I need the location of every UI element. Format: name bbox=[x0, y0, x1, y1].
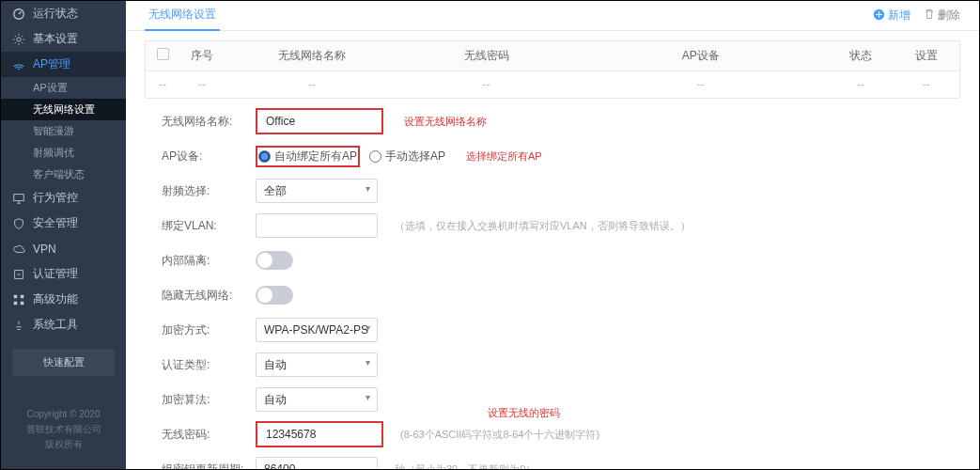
delete-button[interactable]: 删除 bbox=[924, 8, 960, 24]
note-pwd: 设置无线的密码 bbox=[488, 406, 560, 420]
label-enc: 加密方式: bbox=[162, 322, 256, 338]
svg-rect-8 bbox=[21, 301, 24, 305]
sidebar-item-label: 基本设置 bbox=[33, 31, 78, 47]
radio-manual-select[interactable]: 手动选择AP bbox=[369, 149, 445, 164]
note-ap: 选择绑定所有AP bbox=[466, 149, 542, 164]
trash-icon bbox=[924, 8, 935, 23]
ap-icon bbox=[12, 58, 25, 71]
sidebar-item-label: 高级功能 bbox=[33, 291, 78, 307]
sidebar-item-auth[interactable]: 认证管理 bbox=[1, 261, 126, 287]
plus-icon bbox=[873, 8, 885, 24]
sidebar-sub-roaming[interactable]: 智能漫游 bbox=[1, 120, 126, 142]
svg-point-2 bbox=[18, 68, 20, 70]
label-hide: 隐藏无线网络: bbox=[162, 288, 256, 304]
auth-icon bbox=[12, 268, 25, 281]
label-isolate: 内部隔离: bbox=[162, 253, 256, 269]
svg-rect-5 bbox=[14, 294, 18, 298]
highlight-ap: 自动绑定所有AP bbox=[256, 146, 360, 167]
sidebar: 运行状态 基本设置 AP管理 AP设置 无线网络设置 智能漫游 射频调优 客户端… bbox=[1, 1, 126, 469]
ssid-input[interactable] bbox=[258, 111, 381, 132]
wireless-form: 无线网络名称: 设置无线网络名称 AP设备: 自动绑定所有AP bbox=[126, 99, 979, 469]
hint-pwd: (8-63个ASCII码字符或8-64个十六进制字符) bbox=[400, 428, 599, 442]
isolate-switch[interactable] bbox=[256, 251, 293, 270]
th-ap: AP设备 bbox=[573, 41, 828, 70]
sidebar-item-label: AP管理 bbox=[33, 56, 70, 72]
password-input[interactable] bbox=[258, 424, 381, 445]
apps-icon bbox=[12, 293, 25, 306]
tab-bar: 无线网络设置 新增 删除 bbox=[126, 1, 979, 31]
monitor-icon bbox=[12, 192, 25, 205]
sidebar-item-label: 运行状态 bbox=[33, 6, 78, 22]
svg-rect-3 bbox=[14, 194, 24, 200]
sidebar-item-label: 行为管控 bbox=[33, 190, 78, 206]
th-status: 状态 bbox=[828, 41, 894, 70]
label-pwd: 无线密码: bbox=[162, 427, 256, 443]
vlan-input[interactable] bbox=[256, 213, 378, 238]
sidebar-sub-wireless[interactable]: 无线网络设置 bbox=[1, 99, 126, 120]
add-button[interactable]: 新增 bbox=[873, 8, 910, 24]
hint-rekey: 秒（最小为30，不更新则为0） bbox=[395, 462, 536, 470]
sidebar-item-label: 安全管理 bbox=[33, 215, 78, 231]
label-rekey: 组密钥更新周期: bbox=[162, 462, 256, 470]
sidebar-sub-ap-setting[interactable]: AP设置 bbox=[1, 77, 126, 99]
note-name: 设置无线网络名称 bbox=[404, 115, 487, 129]
auth-type-select[interactable]: 自动 bbox=[256, 352, 378, 377]
label-name: 无线网络名称: bbox=[162, 114, 256, 130]
quick-config-button[interactable]: 快速配置 bbox=[12, 349, 115, 376]
sidebar-item-behavior[interactable]: 行为管控 bbox=[1, 185, 126, 211]
sidebar-item-label: 系统工具 bbox=[33, 317, 78, 333]
rekey-input[interactable] bbox=[256, 457, 378, 469]
label-ap: AP设备: bbox=[162, 149, 256, 164]
sidebar-footer: Copyright © 2020 普联技术有限公司 版权所有 bbox=[1, 396, 126, 469]
sidebar-item-label: 认证管理 bbox=[33, 266, 78, 282]
th-pwd: 无线密码 bbox=[399, 41, 574, 70]
sidebar-item-security[interactable]: 安全管理 bbox=[1, 211, 126, 236]
label-vlan: 绑定VLAN: bbox=[162, 218, 256, 234]
main: 无线网络设置 新增 删除 序号 无线网络名称 无线密码 AP设备 状态 bbox=[126, 1, 979, 469]
band-select[interactable]: 全部 bbox=[256, 179, 378, 203]
sidebar-sub-client[interactable]: 客户端状态 bbox=[1, 164, 126, 185]
highlight-name bbox=[256, 108, 383, 134]
table-row-empty: -- -- -- -- -- -- -- bbox=[146, 71, 959, 98]
gear-icon bbox=[12, 33, 25, 46]
select-all-checkbox[interactable] bbox=[157, 48, 169, 60]
sidebar-sub-rf[interactable]: 射频调优 bbox=[1, 142, 126, 164]
svg-point-1 bbox=[17, 37, 21, 40]
tools-icon bbox=[12, 319, 25, 332]
th-setting: 设置 bbox=[894, 41, 959, 70]
svg-rect-6 bbox=[21, 294, 24, 298]
hint-vlan: （选填，仅在接入交换机时填写对应VLAN，否则将导致错误。） bbox=[395, 219, 691, 233]
svg-rect-7 bbox=[14, 301, 18, 305]
label-auth: 认证类型: bbox=[162, 357, 256, 373]
tab-wireless[interactable]: 无线网络设置 bbox=[145, 1, 220, 31]
encryption-select[interactable]: WPA-PSK/WPA2-PSK（推 bbox=[256, 318, 378, 342]
th-name: 无线网络名称 bbox=[225, 41, 399, 70]
th-seq: 序号 bbox=[179, 41, 225, 70]
hide-switch[interactable] bbox=[256, 286, 293, 305]
wireless-table: 序号 无线网络名称 无线密码 AP设备 状态 设置 -- -- -- -- --… bbox=[145, 40, 960, 99]
sidebar-item-vpn[interactable]: VPN bbox=[1, 236, 126, 261]
sidebar-item-basic[interactable]: 基本设置 bbox=[1, 26, 126, 52]
label-band: 射频选择: bbox=[162, 183, 256, 199]
cloud-icon bbox=[12, 243, 25, 256]
sidebar-item-ap[interactable]: AP管理 bbox=[1, 52, 126, 77]
sidebar-item-tools[interactable]: 系统工具 bbox=[1, 312, 126, 337]
radio-auto-bind[interactable]: 自动绑定所有AP bbox=[258, 149, 357, 164]
highlight-pwd bbox=[256, 421, 383, 447]
shield-icon bbox=[12, 217, 25, 230]
sidebar-item-advanced[interactable]: 高级功能 bbox=[1, 287, 126, 312]
label-algo: 加密算法: bbox=[162, 392, 256, 408]
sidebar-item-status[interactable]: 运行状态 bbox=[1, 1, 126, 26]
dashboard-icon bbox=[12, 8, 25, 21]
algorithm-select[interactable]: 自动 bbox=[256, 387, 378, 412]
sidebar-item-label: VPN bbox=[33, 243, 56, 256]
